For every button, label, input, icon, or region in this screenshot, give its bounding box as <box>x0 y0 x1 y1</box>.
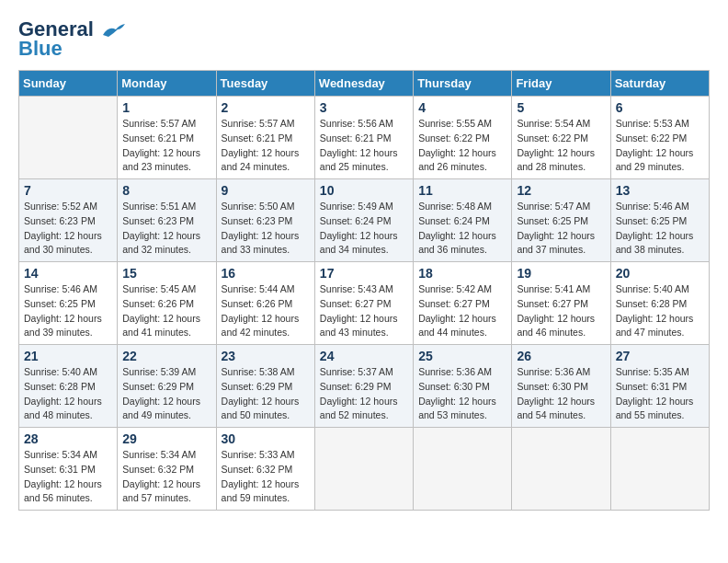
day-info: Sunrise: 5:57 AMSunset: 6:21 PMDaylight:… <box>222 117 310 175</box>
day-info: Sunrise: 5:39 AMSunset: 6:29 PMDaylight:… <box>122 365 210 423</box>
day-info: Sunrise: 5:53 AMSunset: 6:22 PMDaylight:… <box>616 117 704 175</box>
day-cell: 30Sunrise: 5:33 AMSunset: 6:32 PMDayligh… <box>216 428 314 511</box>
day-cell: 2Sunrise: 5:57 AMSunset: 6:21 PMDaylight… <box>216 97 314 179</box>
day-info: Sunrise: 5:35 AMSunset: 6:31 PMDaylight:… <box>616 365 704 423</box>
day-info: Sunrise: 5:34 AMSunset: 6:31 PMDaylight:… <box>24 448 112 506</box>
day-info: Sunrise: 5:51 AMSunset: 6:23 PMDaylight:… <box>122 200 210 258</box>
day-number: 29 <box>122 431 210 446</box>
page-header: General Blue <box>18 18 710 61</box>
week-row-1: 1Sunrise: 5:57 AMSunset: 6:21 PMDaylight… <box>19 97 710 179</box>
day-number: 13 <box>616 183 704 198</box>
day-number: 26 <box>517 349 605 363</box>
day-cell: 18Sunrise: 5:42 AMSunset: 6:27 PMDayligh… <box>414 262 512 345</box>
day-cell: 8Sunrise: 5:51 AMSunset: 6:23 PMDaylight… <box>118 179 216 262</box>
day-info: Sunrise: 5:36 AMSunset: 6:30 PMDaylight:… <box>418 365 506 423</box>
day-info: Sunrise: 5:47 AMSunset: 6:25 PMDaylight:… <box>517 200 605 258</box>
day-cell: 16Sunrise: 5:44 AMSunset: 6:26 PMDayligh… <box>216 262 314 345</box>
logo-bird-icon <box>101 22 127 39</box>
day-number: 7 <box>24 183 112 198</box>
day-info: Sunrise: 5:34 AMSunset: 6:32 PMDaylight:… <box>122 448 210 506</box>
day-number: 11 <box>418 183 506 198</box>
day-number: 6 <box>616 100 704 115</box>
header-cell-friday: Friday <box>512 71 610 97</box>
day-info: Sunrise: 5:48 AMSunset: 6:24 PMDaylight:… <box>418 200 506 258</box>
day-info: Sunrise: 5:33 AMSunset: 6:32 PMDaylight:… <box>222 448 310 506</box>
day-cell: 11Sunrise: 5:48 AMSunset: 6:24 PMDayligh… <box>414 179 512 262</box>
day-cell: 1Sunrise: 5:57 AMSunset: 6:21 PMDaylight… <box>118 97 216 179</box>
day-info: Sunrise: 5:46 AMSunset: 6:25 PMDaylight:… <box>24 282 112 340</box>
day-cell: 28Sunrise: 5:34 AMSunset: 6:31 PMDayligh… <box>19 428 118 511</box>
day-info: Sunrise: 5:56 AMSunset: 6:21 PMDaylight:… <box>320 117 408 175</box>
day-number: 22 <box>122 349 210 363</box>
day-number: 24 <box>320 349 408 363</box>
day-number: 17 <box>320 266 408 281</box>
day-info: Sunrise: 5:42 AMSunset: 6:27 PMDaylight:… <box>418 282 506 340</box>
day-cell: 6Sunrise: 5:53 AMSunset: 6:22 PMDaylight… <box>610 97 709 179</box>
day-number: 10 <box>320 183 408 198</box>
header-row: SundayMondayTuesdayWednesdayThursdayFrid… <box>19 71 710 97</box>
day-cell <box>414 428 512 511</box>
day-number: 2 <box>222 100 310 115</box>
day-number: 27 <box>616 349 704 363</box>
day-cell: 4Sunrise: 5:55 AMSunset: 6:22 PMDaylight… <box>414 97 512 179</box>
day-number: 8 <box>122 183 210 198</box>
day-number: 1 <box>122 100 210 115</box>
day-info: Sunrise: 5:43 AMSunset: 6:27 PMDaylight:… <box>320 282 408 340</box>
day-cell: 14Sunrise: 5:46 AMSunset: 6:25 PMDayligh… <box>19 262 118 345</box>
day-number: 16 <box>222 266 310 281</box>
header-cell-wednesday: Wednesday <box>314 71 413 97</box>
day-number: 20 <box>616 266 704 281</box>
header-cell-tuesday: Tuesday <box>216 71 314 97</box>
day-info: Sunrise: 5:54 AMSunset: 6:22 PMDaylight:… <box>517 117 605 175</box>
day-cell <box>512 428 610 511</box>
day-cell: 19Sunrise: 5:41 AMSunset: 6:27 PMDayligh… <box>512 262 610 345</box>
calendar-header: SundayMondayTuesdayWednesdayThursdayFrid… <box>19 71 710 97</box>
calendar-table: SundayMondayTuesdayWednesdayThursdayFrid… <box>18 70 710 511</box>
header-cell-thursday: Thursday <box>414 71 512 97</box>
day-cell: 24Sunrise: 5:37 AMSunset: 6:29 PMDayligh… <box>314 345 413 428</box>
day-info: Sunrise: 5:40 AMSunset: 6:28 PMDaylight:… <box>616 282 704 340</box>
day-cell: 25Sunrise: 5:36 AMSunset: 6:30 PMDayligh… <box>414 345 512 428</box>
day-cell: 26Sunrise: 5:36 AMSunset: 6:30 PMDayligh… <box>512 345 610 428</box>
day-cell <box>314 428 413 511</box>
day-info: Sunrise: 5:50 AMSunset: 6:23 PMDaylight:… <box>222 200 310 258</box>
day-number: 14 <box>24 266 112 281</box>
day-cell: 20Sunrise: 5:40 AMSunset: 6:28 PMDayligh… <box>610 262 709 345</box>
day-number: 12 <box>517 183 605 198</box>
header-cell-sunday: Sunday <box>19 71 118 97</box>
week-row-3: 14Sunrise: 5:46 AMSunset: 6:25 PMDayligh… <box>19 262 710 345</box>
day-cell: 5Sunrise: 5:54 AMSunset: 6:22 PMDaylight… <box>512 97 610 179</box>
day-cell: 13Sunrise: 5:46 AMSunset: 6:25 PMDayligh… <box>610 179 709 262</box>
day-cell: 22Sunrise: 5:39 AMSunset: 6:29 PMDayligh… <box>118 345 216 428</box>
day-cell: 23Sunrise: 5:38 AMSunset: 6:29 PMDayligh… <box>216 345 314 428</box>
day-cell: 15Sunrise: 5:45 AMSunset: 6:26 PMDayligh… <box>118 262 216 345</box>
day-cell: 29Sunrise: 5:34 AMSunset: 6:32 PMDayligh… <box>118 428 216 511</box>
day-number: 19 <box>517 266 605 281</box>
header-cell-saturday: Saturday <box>610 71 709 97</box>
day-info: Sunrise: 5:45 AMSunset: 6:26 PMDaylight:… <box>122 282 210 340</box>
day-info: Sunrise: 5:37 AMSunset: 6:29 PMDaylight:… <box>320 365 408 423</box>
day-number: 5 <box>517 100 605 115</box>
header-cell-monday: Monday <box>118 71 216 97</box>
day-number: 18 <box>418 266 506 281</box>
week-row-2: 7Sunrise: 5:52 AMSunset: 6:23 PMDaylight… <box>19 179 710 262</box>
day-cell <box>610 428 709 511</box>
logo: General Blue <box>18 18 127 61</box>
day-info: Sunrise: 5:36 AMSunset: 6:30 PMDaylight:… <box>517 365 605 423</box>
day-number: 25 <box>418 349 506 363</box>
day-cell: 7Sunrise: 5:52 AMSunset: 6:23 PMDaylight… <box>19 179 118 262</box>
day-info: Sunrise: 5:55 AMSunset: 6:22 PMDaylight:… <box>418 117 506 175</box>
day-number: 21 <box>24 349 112 363</box>
day-number: 28 <box>24 431 112 446</box>
day-info: Sunrise: 5:57 AMSunset: 6:21 PMDaylight:… <box>122 117 210 175</box>
day-cell: 21Sunrise: 5:40 AMSunset: 6:28 PMDayligh… <box>19 345 118 428</box>
day-info: Sunrise: 5:52 AMSunset: 6:23 PMDaylight:… <box>24 200 112 258</box>
day-cell: 3Sunrise: 5:56 AMSunset: 6:21 PMDaylight… <box>314 97 413 179</box>
day-cell: 10Sunrise: 5:49 AMSunset: 6:24 PMDayligh… <box>314 179 413 262</box>
day-number: 23 <box>222 349 310 363</box>
day-cell: 27Sunrise: 5:35 AMSunset: 6:31 PMDayligh… <box>610 345 709 428</box>
week-row-5: 28Sunrise: 5:34 AMSunset: 6:31 PMDayligh… <box>19 428 710 511</box>
day-info: Sunrise: 5:44 AMSunset: 6:26 PMDaylight:… <box>222 282 310 340</box>
day-info: Sunrise: 5:49 AMSunset: 6:24 PMDaylight:… <box>320 200 408 258</box>
day-cell: 17Sunrise: 5:43 AMSunset: 6:27 PMDayligh… <box>314 262 413 345</box>
